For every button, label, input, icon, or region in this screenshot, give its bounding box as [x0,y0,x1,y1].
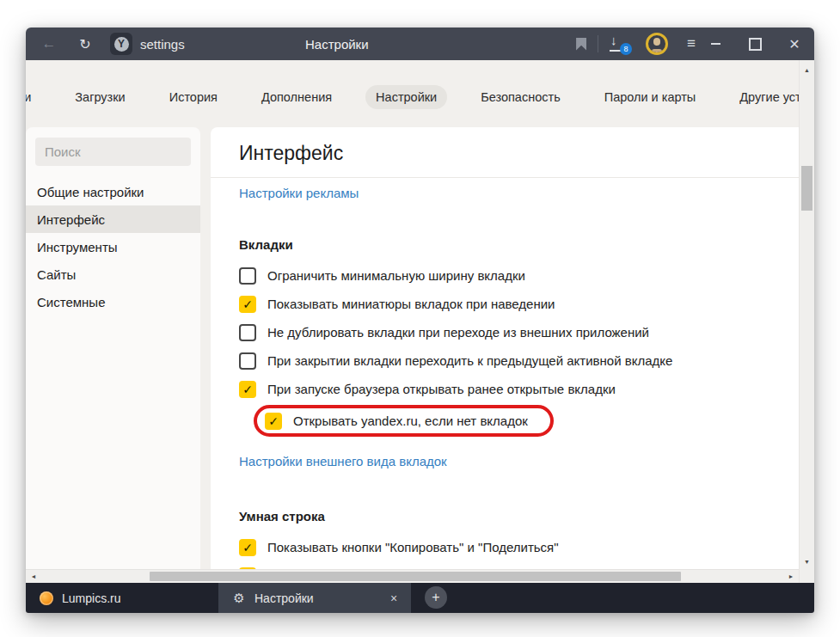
back-icon[interactable]: ← [34,35,64,52]
checkbox-label: При запуске браузера открывать ранее отк… [267,382,616,396]
scroll-down-icon[interactable]: ▼ [800,555,814,567]
browser-tab-label: Lumpics.ru [62,591,210,605]
checkbox[interactable] [239,324,256,341]
smartline-section-rows: ✓Показывать кнопки "Копировать" и "Подел… [239,538,799,569]
browser-tab[interactable]: ⚙Настройки× [218,583,411,613]
bookmark-icon[interactable] [576,38,586,51]
profile-avatar[interactable] [646,33,668,55]
tabs-appearance-link[interactable]: Настройки внешнего вида вкладок [239,454,447,469]
settings-nav-tab[interactable]: Безопасность [470,85,571,109]
tab-close-icon[interactable]: × [385,590,402,607]
downloads-badge: 8 [620,43,632,55]
settings-nav-tabs: ЗакладкиЗагрузкиИсторияДополненияНастрой… [26,85,814,109]
browser-tabs: Lumpics.ru⚙Настройки× [26,583,411,613]
checkbox-label: При закрытии вкладки переходить к предыд… [267,353,672,368]
checkbox-row: Не дублировать вкладки при переходе из в… [239,323,649,341]
checkbox[interactable]: ✓ [265,413,282,430]
maximize-button[interactable] [735,28,775,60]
page-favicon-chip: Y [110,33,132,55]
browser-tab[interactable]: Lumpics.ru [26,583,218,613]
ads-settings-link[interactable]: Настройки рекламы [239,186,359,200]
maximize-icon [749,38,762,51]
sidebar-item[interactable]: Интерфейс [26,205,200,233]
downloads-icon[interactable]: ↓ 8 [610,36,627,52]
checkbox-row: Ограничить минимальную ширину вкладки [239,266,525,285]
content-heading: Интерфейс [239,142,799,165]
titlebar-divider [598,35,598,52]
browser-tab-bar: Lumpics.ru⚙Настройки× + [26,583,814,613]
scroll-left-icon[interactable]: ◄ [28,570,40,583]
checkbox-label: Показывать миниатюры вкладок при наведен… [267,297,555,311]
checkbox[interactable]: ✓ [239,539,256,556]
checkbox-row: ✓При запуске браузера открывать ранее от… [239,380,616,398]
settings-sidebar: Поиск Общие настройкиИнтерфейсИнструмент… [26,127,200,569]
settings-nav-tab[interactable]: История [159,85,228,109]
section-title-smartline: Умная строка [239,509,799,524]
settings-content-card: Интерфейс Настройки рекламы Вкладки Огра… [211,127,799,569]
sidebar-item[interactable]: Общие настройки [26,178,200,205]
sidebar-item[interactable]: Системные [26,288,200,315]
close-button[interactable]: ✕ [775,28,814,60]
address-url-text[interactable]: settings [140,37,185,52]
tabs-section-rows: Ограничить минимальную ширину вкладки✓По… [239,266,799,430]
checkbox[interactable] [239,267,256,285]
settings-nav-tab[interactable]: Пароли и карты [594,85,707,109]
horizontal-scrollbar[interactable]: ◄ ► [26,569,799,583]
checkbox-label: Открывать yandex.ru, если нет вкладок [293,413,528,428]
sidebar-item[interactable]: Инструменты [26,233,200,260]
scroll-up-icon[interactable]: ▲ [800,64,814,76]
yandex-logo-icon: Y [114,37,129,52]
search-input[interactable]: Поиск [35,138,191,166]
checkbox[interactable]: ✓ [239,381,256,398]
section-title-tabs: Вкладки [239,237,799,252]
scroll-right-icon[interactable]: ► [785,570,797,583]
bookmark-shape [576,38,586,51]
page-title: Настройки [305,28,369,60]
minimize-icon [711,43,720,45]
checkbox-row: При закрытии вкладки переходить к предыд… [239,352,672,370]
vertical-scrollbar-thumb[interactable] [801,166,812,211]
settings-nav-tab[interactable]: Загрузки [64,85,135,109]
checkbox-row: ✓Показывать миниатюры вкладок при наведе… [239,295,555,313]
checkbox-row: ✓Открывать yandex.ru, если нет вкладок [265,412,528,430]
settings-nav-tab[interactable]: Настройки [365,85,447,109]
browser-window: ← ↻ Y settings Настройки ↓ 8 ≡ ✕ Закладк… [26,28,814,613]
site-favicon-icon [40,591,53,605]
new-tab-button[interactable]: + [425,586,447,609]
checkbox-row: ✓Показывать кнопки "Копировать" и "Подел… [239,538,559,556]
gear-icon: ⚙ [232,591,246,605]
checkbox[interactable] [239,352,256,370]
sidebar-item[interactable]: Сайты [26,260,200,288]
menu-icon[interactable]: ≡ [687,35,696,52]
content-header: Интерфейс [211,127,799,178]
vertical-scrollbar[interactable]: ▲ ▼ [799,60,814,583]
checkbox-label: Показывать кнопки "Копировать" и "Подели… [267,540,559,554]
minimize-button[interactable] [696,28,735,60]
checkbox-label: Не дублировать вкладки при переходе из в… [267,325,649,340]
browser-titlebar: ← ↻ Y settings Настройки ↓ 8 ≡ ✕ [26,28,814,60]
horizontal-scrollbar-thumb[interactable] [150,572,681,581]
settings-nav-strip: ЗакладкиЗагрузкиИсторияДополненияНастрой… [26,60,799,127]
settings-nav-tab[interactable]: Дополнения [251,85,342,109]
checkbox-label: Ограничить минимальную ширину вкладки [267,268,525,283]
settings-nav-tab[interactable]: Закладки [26,85,41,109]
download-arrow-icon: ↓ [610,33,617,47]
sidebar-items: Общие настройкиИнтерфейсИнструментыСайты… [26,178,200,315]
checkbox[interactable]: ✓ [239,296,256,313]
reload-icon[interactable]: ↻ [71,36,100,52]
browser-tab-label: Настройки [254,591,377,605]
